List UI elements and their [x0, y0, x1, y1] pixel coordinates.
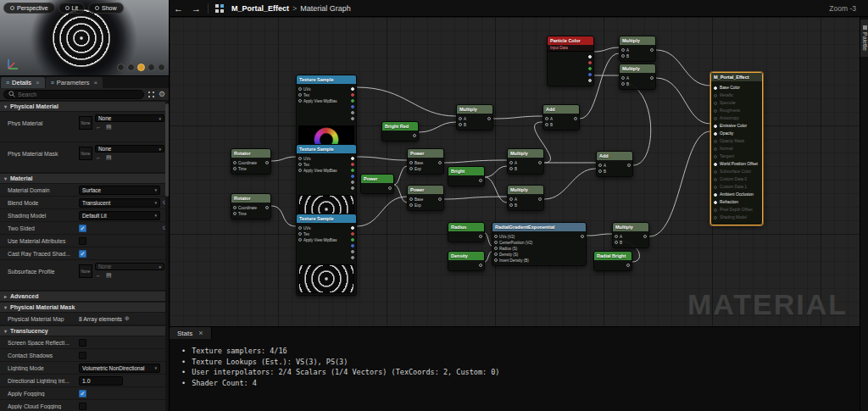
- output-pin-custom-data-0[interactable]: Custom Data 0: [714, 175, 760, 183]
- node-multiply-2[interactable]: MultiplyAB: [507, 148, 544, 175]
- output-pin-shading-model[interactable]: Shading Model: [714, 214, 760, 221]
- tab-parameters[interactable]: ≡Parameters×: [46, 77, 103, 88]
- input-pin[interactable]: B: [545, 122, 553, 127]
- output-pin[interactable]: [349, 186, 354, 191]
- output-pin-metallic[interactable]: Metallic: [714, 92, 760, 99]
- material-preview-viewport[interactable]: PerspectiveLitShow: [0, 0, 169, 76]
- node-particle-color[interactable]: Particle ColorInput Data: [547, 36, 594, 86]
- input-pin[interactable]: Apply View MipBias: [298, 168, 337, 173]
- output-pin[interactable]: [349, 237, 354, 242]
- output-pin[interactable]: [349, 168, 354, 173]
- asset-dropdown-phys-material-mask[interactable]: None▾: [95, 145, 164, 153]
- tab-details[interactable]: ≡Details×: [1, 77, 45, 88]
- output-pin[interactable]: [264, 160, 269, 165]
- input-pin[interactable]: Tex: [298, 231, 337, 236]
- section-header-physical-material[interactable]: ▾Physical Material: [0, 101, 169, 112]
- preview-shape-sphere-button[interactable]: [127, 64, 135, 71]
- asset-thumbnail[interactable]: None: [79, 116, 92, 130]
- output-pin[interactable]: [477, 234, 482, 239]
- output-pin-world-position-offset[interactable]: World Position Offset: [714, 160, 760, 168]
- output-pin[interactable]: [642, 234, 647, 239]
- search-input[interactable]: [18, 92, 139, 97]
- input-pin[interactable]: Density (S): [494, 252, 532, 257]
- output-pin[interactable]: [349, 116, 354, 121]
- gear-icon[interactable]: ⚙: [159, 90, 165, 98]
- close-icon[interactable]: ×: [36, 79, 40, 86]
- input-pin[interactable]: B: [615, 240, 622, 245]
- input-pin[interactable]: A: [621, 75, 629, 81]
- output-pin[interactable]: [587, 60, 592, 65]
- details-scrollbar[interactable]: [165, 102, 169, 411]
- output-pin[interactable]: [387, 186, 392, 191]
- preview-shape-cube-button[interactable]: [147, 64, 155, 71]
- output-pin[interactable]: [572, 116, 577, 121]
- output-pin-specular[interactable]: Specular: [714, 99, 760, 107]
- node-rotator-1[interactable]: RotatorCoordinateTime: [231, 148, 271, 175]
- output-pin[interactable]: [537, 160, 542, 165]
- checkbox-apply-cloud-fogging[interactable]: [79, 403, 86, 410]
- output-pin[interactable]: [579, 234, 584, 239]
- input-pin[interactable]: Time: [233, 211, 257, 216]
- node-density[interactable]: Density: [448, 251, 485, 271]
- node-power-param[interactable]: Power: [360, 174, 394, 194]
- viewport-button-lit[interactable]: Lit: [58, 3, 85, 14]
- palette-tab[interactable]: Palette: [860, 19, 868, 57]
- node-texture-sample-3[interactable]: Texture SampleUVsTexApply View MipBias: [296, 214, 357, 296]
- input-pin[interactable]: B: [509, 203, 517, 208]
- preview-shape-cylinder-button[interactable]: [117, 64, 125, 71]
- output-pin-tangent[interactable]: Tangent: [714, 153, 760, 160]
- asset-thumbnail[interactable]: None: [79, 264, 92, 278]
- output-pin[interactable]: [486, 116, 491, 121]
- input-pin[interactable]: UVs: [298, 225, 337, 230]
- view-options-icon[interactable]: [147, 91, 155, 98]
- dropdown-shading-model[interactable]: Default Lit▾: [79, 211, 160, 220]
- add-element-icon[interactable]: ⊕: [125, 315, 130, 322]
- output-pin[interactable]: [349, 86, 354, 92]
- asset-thumbnail[interactable]: None: [79, 147, 92, 160]
- output-pin-emissive-color[interactable]: Emissive Color: [714, 122, 760, 130]
- browse-icon[interactable]: ▤: [106, 124, 112, 131]
- output-pin[interactable]: [349, 225, 354, 230]
- scrollbar-thumb[interactable]: [165, 103, 169, 197]
- checkbox-apply-fogging[interactable]: ✓: [79, 390, 86, 397]
- output-pin[interactable]: [349, 255, 354, 260]
- forward-arrow-icon[interactable]: →: [187, 1, 205, 16]
- section-header-physical-material-mask[interactable]: ▾Physical Material Mask: [0, 302, 169, 313]
- input-pin[interactable]: Exp: [409, 166, 423, 171]
- output-pin-subsurface-color[interactable]: Subsurface Color: [714, 168, 760, 175]
- node-bright-red[interactable]: Bright Red: [381, 121, 419, 142]
- close-icon[interactable]: ×: [94, 79, 98, 86]
- output-pin[interactable]: [349, 104, 354, 109]
- input-pin[interactable]: Time: [233, 166, 257, 171]
- input-pin[interactable]: UVs: [298, 86, 337, 92]
- input-pin[interactable]: A: [459, 116, 466, 121]
- dropdown-lighting-mode[interactable]: Volumetric NonDirectional▾: [79, 364, 160, 373]
- output-pin[interactable]: [349, 110, 354, 115]
- section-header-translucency[interactable]: ▾Translucency: [0, 325, 169, 336]
- output-pin[interactable]: [349, 98, 354, 103]
- output-pin[interactable]: [648, 75, 654, 81]
- input-pin[interactable]: Coordinate: [233, 205, 257, 210]
- input-pin[interactable]: Radius (S): [494, 246, 532, 251]
- input-pin[interactable]: A: [598, 163, 606, 168]
- input-pin[interactable]: B: [621, 53, 629, 58]
- output-pin[interactable]: [648, 47, 654, 53]
- checkbox-cast-ray-traced-shad[interactable]: ✓: [79, 250, 86, 258]
- output-pin-ambient-occlusion[interactable]: Ambient Occlusion: [714, 191, 760, 198]
- back-arrow-icon[interactable]: ←: [170, 1, 187, 16]
- viewport-button-show[interactable]: Show: [88, 3, 124, 14]
- asset-dropdown-phys-material[interactable]: None▾: [95, 114, 164, 122]
- node-multiply-6[interactable]: MultiplyAB: [612, 222, 649, 248]
- browse-icon[interactable]: ▤: [106, 272, 112, 279]
- use-selected-icon[interactable]: ←: [96, 154, 102, 161]
- node-power-1[interactable]: PowerBaseExp: [407, 148, 444, 175]
- output-pin[interactable]: [587, 66, 592, 71]
- search-box[interactable]: [3, 90, 144, 99]
- input-pin[interactable]: UVs (V2): [494, 234, 532, 239]
- input-pin[interactable]: A: [621, 47, 629, 53]
- material-graph-canvas[interactable]: MATERIAL RotatorCoordinateTimeRotatorCoo…: [170, 17, 860, 411]
- input-pin[interactable]: B: [598, 169, 606, 174]
- input-directional-lighting-int[interactable]: 1.0: [79, 376, 123, 386]
- input-pin[interactable]: Tex: [298, 92, 337, 97]
- node-material-output[interactable]: M_Portal_EffectBase ColorMetallicSpecula…: [710, 72, 763, 225]
